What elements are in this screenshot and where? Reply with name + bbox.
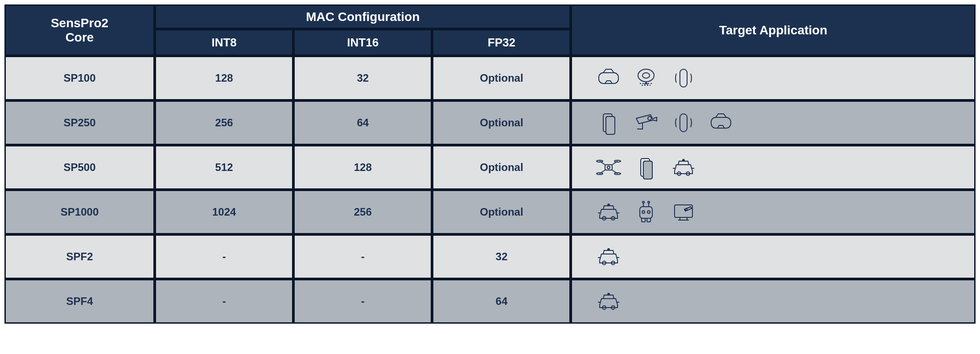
- core-name: SP1000: [4, 190, 155, 234]
- car-icon: [596, 200, 621, 225]
- int8-value: 256: [155, 100, 293, 145]
- smartphone-icon: [596, 110, 621, 135]
- int8-value: -: [155, 279, 293, 324]
- table-row: SP10012832Optional: [4, 56, 976, 100]
- int8-value: -: [155, 234, 293, 279]
- int8-value: 1024: [155, 190, 293, 234]
- core-name: SP100: [4, 56, 155, 100]
- table-row: SP25025664Optional: [4, 100, 976, 145]
- target-applications: [571, 145, 976, 190]
- security-camera-icon: [634, 110, 659, 135]
- fp32-value: Optional: [432, 145, 571, 190]
- smart-speaker-icon: [671, 66, 696, 91]
- fp32-value: 32: [432, 234, 571, 279]
- target-applications: [571, 190, 976, 234]
- robot-icon: [634, 200, 659, 225]
- header-int16: INT16: [293, 29, 432, 56]
- int16-value: 128: [293, 145, 432, 190]
- fp32-value: Optional: [432, 56, 571, 100]
- target-applications: [571, 100, 976, 145]
- core-name: SP250: [4, 100, 155, 145]
- int16-value: 64: [293, 100, 432, 145]
- vr-headset-icon: [708, 110, 733, 135]
- int8-value: 128: [155, 56, 293, 100]
- header-core: SensPro2 Core: [4, 4, 155, 56]
- smartphone-icon: [634, 155, 659, 180]
- core-name: SPF4: [4, 279, 155, 324]
- vr-headset-icon: [596, 66, 621, 91]
- car-icon: [596, 244, 621, 269]
- int8-value: 512: [155, 145, 293, 190]
- smart-tv-icon: [671, 200, 696, 225]
- table-row: SP10001024256Optional: [4, 190, 976, 234]
- table-row: SPF4--64: [4, 279, 976, 324]
- car-icon: [671, 155, 696, 180]
- fp32-value: Optional: [432, 100, 571, 145]
- header-int8: INT8: [155, 29, 293, 56]
- header-target: Target Application: [571, 4, 976, 56]
- fp32-value: Optional: [432, 190, 571, 234]
- target-applications: [571, 279, 976, 324]
- table-row: SP500512128Optional: [4, 145, 976, 190]
- senspro2-table: SensPro2 Core MAC Configuration Target A…: [4, 4, 976, 324]
- robot-vacuum-icon: [634, 66, 659, 91]
- int16-value: 32: [293, 56, 432, 100]
- int16-value: -: [293, 234, 432, 279]
- fp32-value: 64: [432, 279, 571, 324]
- car-icon: [596, 289, 621, 314]
- int16-value: 256: [293, 190, 432, 234]
- smart-speaker-icon: [671, 110, 696, 135]
- target-applications: [571, 56, 976, 100]
- int16-value: -: [293, 279, 432, 324]
- core-name: SP500: [4, 145, 155, 190]
- header-mac: MAC Configuration: [155, 4, 571, 29]
- core-name: SPF2: [4, 234, 155, 279]
- header-fp32: FP32: [432, 29, 571, 56]
- target-applications: [571, 234, 976, 279]
- drone-icon: [596, 155, 621, 180]
- table-row: SPF2--32: [4, 234, 976, 279]
